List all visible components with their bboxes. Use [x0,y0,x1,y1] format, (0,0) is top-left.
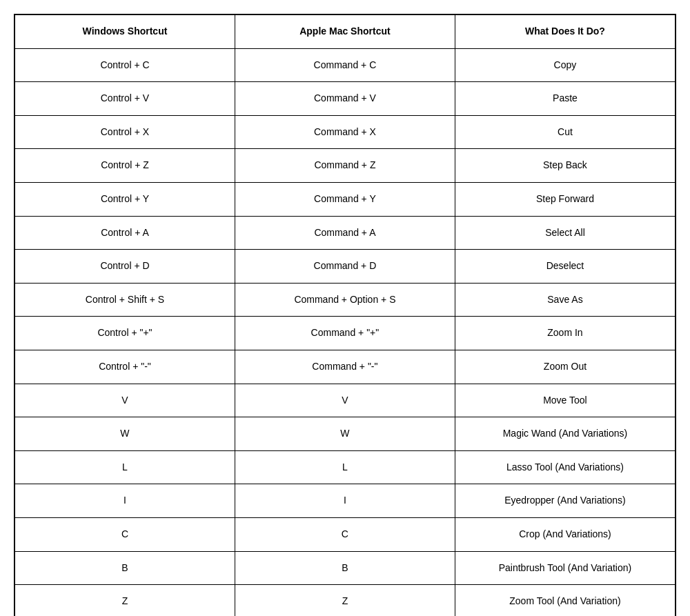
action-cell: Lasso Tool (And Variations) [455,450,675,484]
header-windows-shortcut: Windows Shortcut [15,15,235,49]
table-row: WWMagic Wand (And Variations) [15,417,676,451]
table-row: Control + YCommand + YStep Forward [15,182,676,216]
mac-shortcut-cell: Command + A [235,216,455,250]
action-cell: Zoom Out [455,350,675,384]
win-shortcut-cell: Control + D [15,250,235,284]
win-shortcut-cell: Control + "+" [15,317,235,350]
table-row: IIEyedropper (And Variations) [15,484,676,518]
header-what-does-it-do: What Does It Do? [455,15,675,49]
table-row: Control + Shift + SCommand + Option + SS… [15,283,676,317]
table-row: Control + CCommand + CCopy [15,48,676,82]
action-cell: Crop (And Variations) [455,517,675,551]
action-cell: Step Back [455,149,675,183]
action-cell: Zoom Tool (And Variation) [455,585,675,616]
win-shortcut-cell: B [15,551,235,585]
mac-shortcut-cell: Command + Z [235,149,455,183]
table-row: Control + "+"Command + "+"Zoom In [15,317,676,350]
table-row: Control + ACommand + ASelect All [15,216,676,250]
action-cell: Save As [455,283,675,317]
action-cell: Zoom In [455,317,675,350]
action-cell: Select All [455,216,675,250]
win-shortcut-cell: Z [15,585,235,616]
win-shortcut-cell: L [15,450,235,484]
table-row: Control + "-"Command + "-"Zoom Out [15,350,676,384]
table-row: Control + XCommand + XCut [15,115,676,149]
win-shortcut-cell: Control + V [15,82,235,116]
action-cell: Paintbrush Tool (And Variation) [455,551,675,585]
table-row: CCCrop (And Variations) [15,517,676,551]
action-cell: Copy [455,48,675,82]
win-shortcut-cell: Control + Z [15,149,235,183]
action-cell: Eyedropper (And Variations) [455,484,675,518]
mac-shortcut-cell: Command + C [235,48,455,82]
mac-shortcut-cell: Command + Option + S [235,283,455,317]
shortcuts-table: Windows Shortcut Apple Mac Shortcut What… [14,14,676,616]
mac-shortcut-cell: B [235,551,455,585]
mac-shortcut-cell: L [235,450,455,484]
action-cell: Cut [455,115,675,149]
mac-shortcut-cell: C [235,517,455,551]
mac-shortcut-cell: I [235,484,455,518]
mac-shortcut-cell: Command + Y [235,182,455,216]
win-shortcut-cell: I [15,484,235,518]
table-header-row: Windows Shortcut Apple Mac Shortcut What… [15,15,676,49]
action-cell: Paste [455,82,675,116]
shortcuts-table-container: Windows Shortcut Apple Mac Shortcut What… [14,14,676,616]
mac-shortcut-cell: Command + "+" [235,317,455,350]
table-row: BBPaintbrush Tool (And Variation) [15,551,676,585]
mac-shortcut-cell: Command + V [235,82,455,116]
win-shortcut-cell: V [15,384,235,417]
mac-shortcut-cell: W [235,417,455,451]
action-cell: Move Tool [455,384,675,417]
mac-shortcut-cell: Z [235,585,455,616]
win-shortcut-cell: Control + "-" [15,350,235,384]
win-shortcut-cell: C [15,517,235,551]
table-row: Control + ZCommand + ZStep Back [15,149,676,183]
action-cell: Deselect [455,250,675,284]
table-row: ZZZoom Tool (And Variation) [15,585,676,616]
mac-shortcut-cell: V [235,384,455,417]
table-row: LLLasso Tool (And Variations) [15,450,676,484]
mac-shortcut-cell: Command + D [235,250,455,284]
win-shortcut-cell: Control + Y [15,182,235,216]
action-cell: Magic Wand (And Variations) [455,417,675,451]
win-shortcut-cell: W [15,417,235,451]
win-shortcut-cell: Control + Shift + S [15,283,235,317]
mac-shortcut-cell: Command + X [235,115,455,149]
win-shortcut-cell: Control + C [15,48,235,82]
win-shortcut-cell: Control + X [15,115,235,149]
table-row: Control + DCommand + DDeselect [15,250,676,284]
mac-shortcut-cell: Command + "-" [235,350,455,384]
table-row: VVMove Tool [15,384,676,417]
action-cell: Step Forward [455,182,675,216]
header-apple-mac-shortcut: Apple Mac Shortcut [235,15,455,49]
table-row: Control + VCommand + VPaste [15,82,676,116]
win-shortcut-cell: Control + A [15,216,235,250]
